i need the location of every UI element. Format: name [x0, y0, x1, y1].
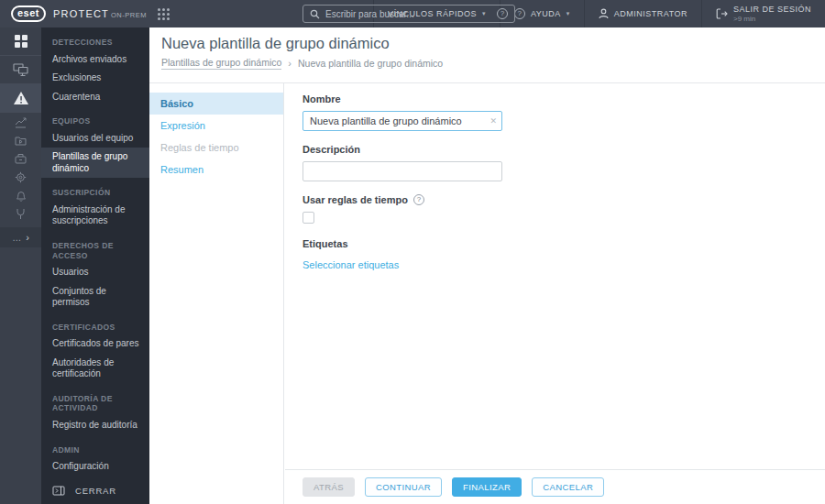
name-input[interactable]: [302, 111, 502, 131]
section-header-auditoria: AUDITORÍA DE ACTIVIDAD: [41, 384, 149, 416]
chevron-right-icon: ›: [26, 232, 29, 243]
nav-dashboard[interactable]: [0, 27, 41, 56]
collapse-label: CERRAR: [75, 486, 116, 496]
wizard-step-nav: Básico Expresión Reglas de tiempo Resume…: [149, 83, 284, 504]
sidebar-item-usuarios[interactable]: Usuarios: [41, 263, 149, 282]
user-label: ADMINISTRATOR: [614, 9, 688, 18]
gear-icon: [15, 171, 27, 183]
time-rules-checkbox[interactable]: [302, 212, 314, 224]
global-search: ?: [302, 5, 515, 23]
reports-icon: [15, 116, 27, 128]
breadcrumb: Plantillas de grupo dinámico › Nueva pla…: [161, 57, 443, 70]
status-overview-icon: [16, 208, 26, 220]
sidebar-item-archivos-enviados[interactable]: Archivos enviados: [41, 50, 149, 70]
cancel-button[interactable]: CANCELAR: [532, 477, 604, 497]
nav-installers[interactable]: [0, 149, 41, 168]
search-icon: [310, 9, 320, 19]
clear-name-icon[interactable]: ✕: [490, 116, 497, 126]
sidebar-item-cuarentena[interactable]: Cuarentena: [41, 88, 149, 107]
description-label: Descripción: [302, 144, 502, 155]
wizard-step-expresion[interactable]: Expresión: [149, 115, 283, 137]
sidebar-collapse-button[interactable]: CERRAR: [52, 486, 116, 496]
top-bar: eset PROTECTON-PREM ? VÍNCULOS RÁPIDOS ▾…: [0, 0, 825, 27]
main-content: Nueva plantilla de grupo dinámico Planti…: [149, 27, 825, 504]
computers-icon: [13, 63, 28, 77]
nav-tasks[interactable]: [0, 131, 41, 149]
wizard-step-reglas-de-tiempo: Reglas de tiempo: [149, 137, 283, 159]
sidebar-item-administracion-suscripciones[interactable]: Administración de suscripciones: [41, 201, 149, 231]
sidebar-item-exclusiones[interactable]: Exclusiones: [41, 69, 149, 88]
brand-logo: eset PROTECTON-PREM: [0, 5, 145, 22]
logout-label: SALIR DE SESIÓN: [733, 5, 811, 15]
wizard-footer: ATRÁS CONTINUAR FINALIZAR CANCELAR: [285, 469, 825, 504]
logout-icon: [716, 8, 728, 19]
breadcrumb-current: Nueva plantilla de grupo dinámico: [298, 58, 443, 69]
breadcrumb-parent-link[interactable]: Plantillas de grupo dinámico: [161, 57, 281, 70]
logout-button[interactable]: SALIR DE SESIÓN >9 min: [701, 0, 825, 27]
wizard-step-resumen[interactable]: Resumen: [149, 159, 283, 181]
more-icon: …: [12, 233, 21, 243]
edition-label: ON-PREM: [111, 11, 147, 19]
page-title: Nueva plantilla de grupo dinámico: [161, 35, 390, 52]
sidebar-item-certificados-pares[interactable]: Certificados de pares: [41, 334, 149, 354]
tags-label: Etiquetas: [302, 238, 502, 249]
description-input[interactable]: [302, 161, 502, 181]
basic-form: Nombre ✕ Descripción Usar reglas de tiem…: [302, 93, 502, 272]
eset-protect-app: eset PROTECTON-PREM ? VÍNCULOS RÁPIDOS ▾…: [0, 0, 825, 504]
section-header-equipos: EQUIPOS: [41, 106, 149, 129]
breadcrumb-separator-icon: ›: [288, 58, 292, 69]
section-header-admin: ADMIN: [41, 435, 149, 458]
bell-icon: [16, 190, 27, 202]
product-label: PROTECT: [53, 8, 109, 19]
search-help-icon[interactable]: ?: [497, 8, 508, 19]
installer-box-icon: [15, 153, 27, 164]
time-rules-help-icon[interactable]: ?: [413, 194, 424, 205]
eset-logo: eset: [11, 5, 46, 22]
collapse-panel-icon: [52, 486, 65, 496]
sidebar-item-configuracion[interactable]: Configuración: [41, 457, 149, 477]
app-launcher-icon[interactable]: [158, 8, 170, 20]
select-tags-link[interactable]: Seleccionar etiquetas: [302, 259, 399, 270]
section-header-certificados: CERTIFICADOS: [41, 312, 149, 335]
dashboard-icon: [14, 34, 28, 49]
sidebar-item-registro-auditoria[interactable]: Registro de auditoría: [41, 416, 149, 435]
sidebar-item-conjuntos-permisos[interactable]: Conjuntos de permisos: [41, 282, 149, 312]
help-icon: ?: [514, 8, 525, 19]
search-input[interactable]: [325, 9, 491, 19]
section-header-detecciones: DETECCIONES: [41, 27, 149, 50]
secondary-sidebar: DETECCIONES Archivos enviados Exclusione…: [41, 27, 149, 504]
section-header-suscripcion: SUSCRIPCIÓN: [41, 178, 149, 201]
time-rules-label: Usar reglas de tiempo ?: [302, 194, 502, 205]
nav-more-menu[interactable]: … ›: [0, 227, 41, 247]
nav-computers[interactable]: [0, 56, 41, 84]
finish-button[interactable]: FINALIZAR: [452, 477, 522, 497]
sidebar-item-plantillas-grupo-dinamico[interactable]: Plantillas de grupo dinámico: [41, 148, 149, 178]
sidebar-item-autoridades-certificacion[interactable]: Autoridades de certificación: [41, 354, 149, 384]
time-rules-label-text: Usar reglas de tiempo: [302, 194, 408, 205]
nav-detections[interactable]: [0, 84, 41, 113]
nav-reports[interactable]: [0, 113, 41, 131]
name-label: Nombre: [302, 93, 502, 104]
chevron-down-icon: ▾: [566, 10, 570, 17]
back-button[interactable]: ATRÁS: [302, 477, 355, 497]
warning-triangle-icon: [13, 91, 29, 105]
user-menu[interactable]: ADMINISTRATOR: [584, 0, 701, 27]
main-nav-rail: … ›: [0, 27, 41, 504]
nav-status-overview[interactable]: [0, 204, 41, 223]
product-name: PROTECTON-PREM: [53, 8, 147, 19]
session-timeout: >9 min: [733, 15, 811, 24]
section-header-derechos-acceso: DERECHOS DE ACCESO: [41, 231, 149, 263]
sidebar-item-usuarios-del-equipo[interactable]: Usuarios del equipo: [41, 129, 149, 148]
user-icon: [599, 8, 609, 19]
nav-policies[interactable]: [0, 168, 41, 186]
folder-icon: [15, 136, 27, 146]
continue-button[interactable]: CONTINUAR: [365, 477, 442, 497]
help-label: AYUDA: [531, 9, 561, 18]
nav-notifications[interactable]: [0, 186, 41, 204]
wizard-step-basico[interactable]: Básico: [149, 93, 283, 115]
